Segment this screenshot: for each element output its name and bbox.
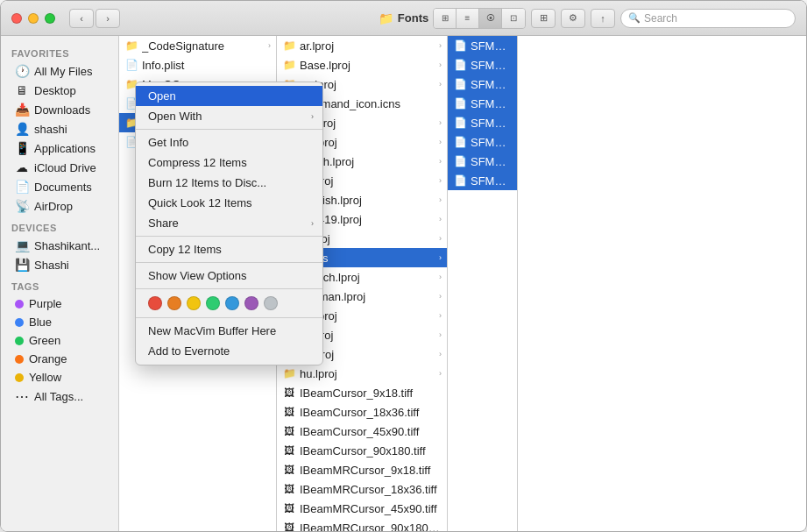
action-button[interactable]: ⚙ [561,9,585,28]
file-item[interactable]: 🖼 IBeamMRCursor_90x180.tiff [277,518,447,531]
sidebar-item-shashi[interactable]: 👤 shashi [4,119,115,138]
sidebar-item-desktop[interactable]: 🖥 Desktop [4,81,115,100]
file-item[interactable]: 🖼 IBeamCursor_9x18.tiff [277,383,447,402]
maximize-button[interactable] [45,13,55,24]
airdrop-icon: 📡 [15,199,29,213]
sidebar-label-shashi: shashi [34,123,67,136]
file-item[interactable]: 📄 Info.plist [119,55,276,74]
search-box[interactable]: 🔍 Search [620,9,796,28]
folder-icon: 📁 [282,174,296,188]
file-item[interactable]: 📁 cs.lproj › [277,113,447,132]
sidebar-item-shashikant[interactable]: 💻 Shashikant... [4,236,115,255]
file-item[interactable]: 📁 hr.lproj › [277,344,447,364]
back-button[interactable]: ‹ [69,9,94,28]
sidebar-item-icloud-drive[interactable]: ☁ iCloud Drive [4,158,115,177]
folder-icon: 📁 [282,309,296,323]
green-dot [15,337,24,345]
sidebar-item-tag-orange[interactable]: Orange [4,350,115,368]
view-buttons: ⊞ ≡ ⦿ ⊡ [433,8,526,29]
all-tags-icon: ⋯ [15,389,29,403]
file-item[interactable]: 📁 Base.lproj › [277,55,447,74]
folder-icon: 📁 [282,251,296,265]
orange-dot [15,355,24,364]
file-item[interactable]: 📄 command_icon.icns [277,94,447,113]
file-item[interactable]: 📁 German.lproj › [277,287,447,306]
file-item-fonts[interactable]: 📁 Fonts › [277,248,447,267]
file-icon: 📄 [124,135,138,149]
file-item[interactable]: 📄 SFMono [448,55,517,74]
file-item[interactable]: 📁 ar.lproj › [277,36,447,55]
file-item[interactable]: 🖼 IBeamCursor_90x180.tiff [277,441,447,460]
sidebar-label-yellow: Yellow [29,371,61,384]
forward-button[interactable]: › [96,9,120,28]
folder-icon: 📁 [282,212,296,226]
purple-dot [15,300,24,309]
folder-icon: 📁 [282,39,296,53]
sidebar-label-green: Green [29,334,60,347]
arrow-icon: › [439,195,442,204]
file-item[interactable]: 📁 English.lproj › [277,190,447,209]
file-item[interactable]: 📁 hl.lproj › [277,325,447,344]
file-item[interactable]: 📁 da.lproj › [277,132,447,152]
arrow-icon: › [439,350,442,358]
file-item[interactable]: 📄 SFMono [448,171,517,190]
sidebar-item-tag-green[interactable]: Green [4,331,115,350]
file-item[interactable]: 📄 SFMono [448,74,517,94]
sidebar-item-tag-yellow[interactable]: Yellow [4,368,115,387]
image-icon: 🖼 [282,386,296,400]
applications-icon: 📱 [15,141,29,155]
file-item[interactable]: 📄 SFMono [448,36,517,55]
column-2: 📁 ar.lproj › 📁 Base.lproj › 📁 ca.lproj ›… [277,36,448,531]
file-item[interactable]: 📁 French.lproj › [277,267,447,287]
file-item[interactable]: 📁 fi.lproj › [277,229,447,248]
file-item[interactable]: 📁 el.lproj › [277,171,447,190]
view-column-button[interactable]: ⦿ [479,9,502,28]
folder-icon: 📁 [282,366,296,380]
file-item[interactable]: 📁 es_419.lproj › [277,209,447,229]
view-flow-button[interactable]: ⊡ [502,9,525,28]
file-item[interactable]: 🖼 IBeamMRCursor_45x90.tiff [277,499,447,518]
file-item[interactable]: 📄 SFMono [448,152,517,171]
file-item[interactable]: 🖼 IBeamMRCursor_18x36.tiff [277,479,447,499]
sidebar-item-all-my-files[interactable]: 🕐 All My Files [4,61,115,81]
column-3: 📄 SFMono 📄 SFMono 📄 SFMono 📄 SFMono 📄 [448,36,518,531]
file-item[interactable]: 📄 version.plist [119,132,276,152]
close-button[interactable] [11,13,22,24]
sidebar-label-all-tags: All Tags... [34,390,83,403]
file-item[interactable]: 📄 SFMono [448,132,517,152]
titlebar-center: 📁 Fonts [379,11,428,25]
file-item[interactable]: 📄 SFMono [448,94,517,113]
image-icon: 🖼 [282,443,296,458]
file-item[interactable]: 📁 he.lproj › [277,306,447,325]
view-icon-button[interactable]: ⊞ [434,9,457,28]
sidebar-item-shashi-drive[interactable]: 💾 Shashi [4,255,115,274]
file-item[interactable]: 🖼 IBeamMRCursor_9x18.tiff [277,460,447,479]
sidebar-item-tag-blue[interactable]: Blue [4,313,115,331]
file-item[interactable]: 📄 PkgInfo [119,94,276,113]
arrange-button[interactable]: ⊞ [531,9,556,28]
minimize-button[interactable] [28,13,39,24]
sidebar-item-downloads[interactable]: 📥 Downloads [4,100,115,119]
sidebar-label-desktop: Desktop [34,84,76,97]
file-item[interactable]: 📁 Dutch.lproj › [277,152,447,171]
arrow-icon: › [439,253,442,262]
sidebar-item-documents[interactable]: 📄 Documents [4,177,115,196]
file-item[interactable]: 🖼 IBeamCursor_45x90.tiff [277,422,447,441]
file-item[interactable]: 📄 SFMono [448,113,517,132]
file-item[interactable]: 🖼 IBeamCursor_18x36.tiff [277,402,447,422]
image-icon: 🖼 [282,482,296,496]
share-button[interactable]: ↑ [591,9,615,28]
file-item-resources[interactable]: 📁 Resources › [119,113,276,132]
file-item[interactable]: 📁 MacOS › [119,74,276,94]
sidebar-item-all-tags[interactable]: ⋯ All Tags... [4,387,115,406]
sidebar-item-airdrop[interactable]: 📡 AirDrop [4,196,115,216]
file-item[interactable]: 📁 ca.lproj › [277,74,447,94]
sidebar-item-tag-purple[interactable]: Purple [4,294,115,313]
folder-icon: 📁 [282,193,296,207]
view-list-button[interactable]: ≡ [457,9,479,28]
file-item[interactable]: 📁 hu.lproj › [277,364,447,383]
sidebar-label-downloads: Downloads [34,103,90,117]
sidebar-item-applications[interactable]: 📱 Applications [4,138,115,158]
arrow-icon: › [439,330,442,339]
file-item[interactable]: 📁 _CodeSignature › [119,36,276,55]
